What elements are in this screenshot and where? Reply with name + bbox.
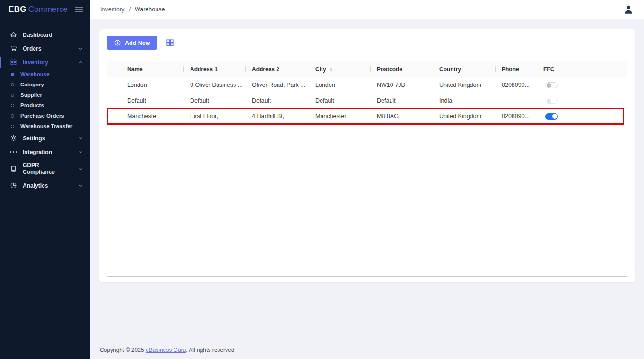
cell-city: London	[309, 77, 370, 93]
cell-postcode: Default	[370, 93, 433, 108]
column-label: Country	[439, 66, 461, 73]
cell-name: Manchester	[121, 109, 183, 124]
menu-hamburger-icon[interactable]	[75, 6, 83, 13]
toggle-knob	[552, 114, 557, 119]
cell-ffc	[537, 93, 572, 108]
chevron-down-icon	[78, 136, 83, 141]
cell-empty	[107, 109, 121, 124]
sidebar-subitem-purchase-orders[interactable]: Purchase Orders	[0, 111, 90, 121]
main-area: Inventory / Warehouse Add New	[90, 0, 644, 359]
breadcrumb-current-page: Warehouse	[135, 6, 165, 13]
cell-address-1: First Floor,	[183, 109, 245, 124]
cell-filler	[572, 109, 627, 124]
sidebar-subitem-label: Supplier	[20, 92, 42, 98]
cell-address-1: 9 Oliver Business ...	[183, 77, 245, 93]
cell-filler	[572, 93, 627, 108]
chevron-down-icon	[78, 183, 83, 188]
table-row-london[interactable]: London9 Oliver Business ...Oliver Road, …	[107, 77, 627, 93]
breadcrumb-separator: /	[129, 6, 130, 13]
chevron-down-icon	[78, 166, 83, 171]
sidebar-item-settings[interactable]: Settings	[0, 131, 90, 145]
footer-ebusiness-guru-link[interactable]: eBusiness Guru	[146, 347, 186, 353]
cart-icon	[10, 45, 17, 52]
breadcrumb: Inventory / Warehouse	[100, 6, 165, 13]
table-row-default[interactable]: DefaultDefaultDefaultDefaultDefaultIndia	[107, 93, 627, 109]
sidebar-item-dashboard[interactable]: Dashboard	[0, 28, 90, 42]
cell-address-2: 4 Harthill St,	[245, 109, 309, 124]
table-body: London9 Oliver Business ...Oliver Road, …	[107, 77, 627, 124]
column-header-filler	[572, 61, 627, 77]
column-header-address-2: Address 2	[245, 61, 309, 77]
cell-address-1: Default	[183, 93, 245, 108]
content-card: Add New NameAddress 1Address 2City↑↓Post…	[99, 29, 635, 282]
cell-address-2: Oliver Road, Park ...	[245, 77, 309, 93]
bullet-icon	[11, 104, 14, 107]
grid-view-icon[interactable]	[166, 39, 174, 47]
ffc-toggle-off[interactable]	[545, 82, 558, 88]
add-new-button[interactable]: Add New	[107, 36, 157, 50]
sidebar-item-label: Settings	[23, 135, 45, 142]
column-label: Postcode	[377, 66, 402, 73]
chevron-down-icon	[78, 46, 83, 51]
sidebar: EBG Commerce DashboardOrdersInventoryWar…	[0, 0, 90, 359]
sidebar-subitem-warehouse[interactable]: Warehouse	[0, 69, 90, 79]
column-header-name: Name	[121, 61, 183, 77]
column-header-country: Country	[433, 61, 495, 77]
cell-postcode: NW10 7JB	[370, 77, 433, 93]
cell-country: India	[433, 93, 495, 108]
sidebar-subitem-products[interactable]: Products	[0, 100, 90, 111]
cell-country: United Kingdom	[433, 109, 495, 124]
cell-postcode: M8 8AG	[370, 109, 433, 124]
toggle-knob	[547, 99, 551, 103]
column-header-phone: Phone	[495, 61, 537, 77]
column-label: Address 2	[252, 66, 279, 73]
sidebar-subitem-supplier[interactable]: Supplier	[0, 90, 90, 100]
column-label: Phone	[502, 66, 519, 73]
sidebar-item-analytics[interactable]: Analytics	[0, 179, 90, 192]
column-header-ffc: FFC	[537, 61, 572, 77]
breadcrumb-inventory-link[interactable]: Inventory	[100, 6, 124, 13]
sidebar-item-label: Dashboard	[23, 32, 52, 38]
sidebar-item-label: Orders	[23, 45, 41, 52]
sidebar-nav: DashboardOrdersInventoryWarehouseCategor…	[0, 19, 90, 192]
bullet-icon	[11, 83, 14, 86]
cell-phone	[495, 93, 537, 108]
bullet-icon	[11, 125, 14, 128]
sort-arrows-icon[interactable]: ↑↓	[329, 67, 332, 72]
app-root: EBG Commerce DashboardOrdersInventoryWar…	[0, 0, 644, 359]
home-icon	[10, 31, 17, 38]
sidebar-item-gdpr-compliance[interactable]: GDPR Compliance	[0, 159, 90, 179]
sidebar-subitem-warehouse-transfer[interactable]: Warehouse Transfer	[0, 121, 90, 131]
sidebar-item-orders[interactable]: Orders	[0, 42, 90, 55]
cell-name: London	[121, 77, 183, 93]
sidebar-item-label: Integration	[23, 149, 52, 155]
top-header: Inventory / Warehouse	[90, 0, 644, 19]
bullet-icon	[11, 94, 14, 97]
column-header-city[interactable]: City↑↓	[309, 61, 370, 77]
cell-address-2: Default	[245, 93, 309, 108]
grid-icon	[10, 59, 17, 66]
sidebar-subitem-label: Category	[20, 82, 44, 87]
ffc-toggle-off-muted[interactable]	[545, 98, 558, 104]
sidebar-item-inventory[interactable]: Inventory	[0, 55, 90, 69]
table-header-row: NameAddress 1Address 2City↑↓PostcodeCoun…	[107, 61, 627, 77]
user-avatar-icon[interactable]	[623, 4, 634, 15]
toolbar: Add New	[107, 36, 627, 50]
pie-icon	[10, 182, 17, 189]
sidebar-item-label: Inventory	[23, 59, 48, 66]
footer-copyright-before: Copyright © 2025	[100, 347, 146, 353]
column-label: Name	[127, 66, 143, 73]
logo: EBG Commerce	[0, 0, 90, 19]
table-row-manchester[interactable]: ManchesterFirst Floor,4 Harthill St,Manc…	[107, 109, 627, 124]
sidebar-subitem-category[interactable]: Category	[0, 79, 90, 90]
ffc-toggle-on[interactable]	[545, 113, 558, 120]
sidebar-subitem-label: Products	[20, 103, 44, 108]
column-header-address-1: Address 1	[183, 61, 245, 77]
sidebar-item-integration[interactable]: Integration	[0, 145, 90, 159]
cell-phone: 0208090...	[495, 109, 537, 124]
footer: Copyright © 2025 eBusiness Guru. All rig…	[90, 341, 644, 359]
sidebar-item-label: GDPR Compliance	[23, 162, 72, 175]
column-header-empty	[107, 61, 121, 77]
logo-ebg: EBG	[9, 5, 26, 14]
bullet-icon	[11, 73, 14, 76]
